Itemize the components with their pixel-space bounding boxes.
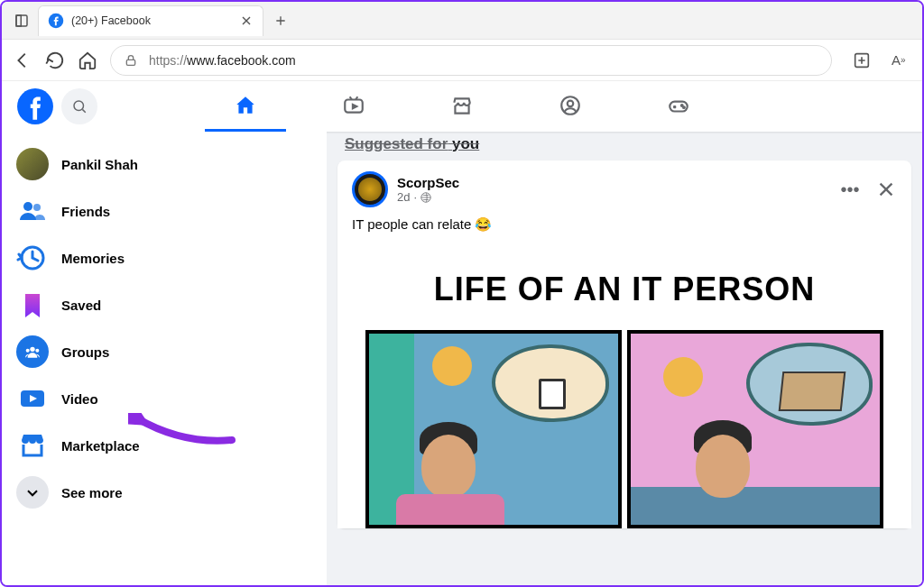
svg-point-30 — [35, 349, 39, 353]
svg-line-13 — [82, 109, 85, 112]
search-button[interactable] — [61, 88, 97, 124]
post-image[interactable]: LIFE OF AN IT PERSON — [337, 245, 911, 528]
groups-icon — [16, 335, 49, 368]
comic-strip — [337, 330, 911, 528]
tab-actions-icon[interactable] — [9, 8, 34, 33]
browser-titlebar: (20+) Facebook — [2, 2, 922, 40]
svg-rect-7 — [126, 60, 134, 65]
sidebar-label-saved: Saved — [61, 298, 101, 313]
sidebar-item-groups[interactable]: Groups — [9, 328, 319, 375]
video-icon — [16, 382, 49, 415]
chevron-down-icon — [16, 476, 49, 509]
facebook-logo-icon[interactable] — [16, 87, 54, 125]
sidebar-item-video[interactable]: Video — [9, 375, 319, 422]
left-sidebar: Pankil Shah Friends Memories Saved Group… — [2, 132, 327, 585]
content-area: Pankil Shah Friends Memories Saved Group… — [2, 132, 922, 585]
svg-point-12 — [74, 101, 84, 111]
lock-icon — [124, 53, 138, 68]
svg-rect-1 — [16, 15, 21, 26]
address-bar[interactable]: https://www.facebook.com — [110, 45, 832, 76]
post-header: ScorpSec 2d · ••• — [352, 171, 897, 207]
post-timestamp[interactable]: 2d · — [397, 190, 459, 204]
sidebar-label-video: Video — [61, 391, 98, 407]
sidebar-label-groups: Groups — [61, 344, 109, 360]
sidebar-item-friends[interactable]: Friends — [9, 188, 319, 234]
marketplace-icon — [16, 429, 49, 462]
sidebar-label-marketplace: Marketplace — [61, 438, 140, 454]
sidebar-item-marketplace[interactable]: Marketplace — [9, 422, 319, 469]
browser-toolbar: https://www.facebook.com A» — [2, 40, 922, 81]
suggested-for-you-label: Suggested for you — [337, 132, 911, 161]
svg-point-25 — [23, 202, 32, 211]
nav-groups[interactable] — [530, 81, 611, 132]
svg-point-29 — [26, 349, 30, 353]
sidebar-label-memories: Memories — [61, 251, 125, 266]
post-text: IT people can relate 😂 — [352, 207, 897, 245]
post-page-name[interactable]: ScorpSec — [397, 175, 459, 190]
sidebar-item-memories[interactable]: Memories — [9, 234, 319, 281]
nav-video[interactable] — [313, 81, 394, 132]
user-avatar-icon — [16, 148, 49, 180]
back-button[interactable] — [13, 50, 32, 70]
sidebar-label-friends: Friends — [61, 204, 110, 219]
sidebar-item-saved[interactable]: Saved — [9, 281, 319, 328]
globe-icon — [420, 192, 431, 203]
browser-tab[interactable]: (20+) Facebook — [38, 5, 263, 36]
tab-title: (20+) Facebook — [71, 14, 232, 27]
feed-post: ScorpSec 2d · ••• IT people can relate 😂… — [337, 161, 911, 528]
read-aloud-icon[interactable]: A» — [892, 50, 911, 70]
page-avatar-icon[interactable] — [352, 171, 388, 207]
comic-panel-1 — [365, 330, 622, 528]
svg-point-24 — [683, 106, 685, 108]
friends-icon — [16, 195, 49, 227]
sidebar-item-see-more[interactable]: See more — [9, 469, 319, 516]
post-menu-button[interactable]: ••• — [839, 179, 861, 200]
refresh-button[interactable] — [45, 50, 65, 70]
saved-icon — [16, 289, 49, 321]
home-button[interactable] — [78, 50, 97, 70]
news-feed: Suggested for you ScorpSec 2d · ••• — [327, 132, 922, 585]
svg-point-19 — [568, 100, 574, 106]
new-tab-button[interactable] — [267, 7, 294, 34]
nav-marketplace[interactable] — [421, 81, 503, 132]
extensions-icon[interactable] — [852, 50, 872, 70]
svg-point-23 — [681, 105, 683, 106]
svg-point-26 — [33, 204, 41, 211]
close-tab-icon[interactable] — [239, 14, 254, 28]
comic-panel-2 — [627, 330, 883, 528]
tab-strip: (20+) Facebook — [2, 5, 294, 36]
fb-top-nav — [205, 81, 719, 132]
svg-point-28 — [30, 347, 34, 352]
nav-home[interactable] — [205, 81, 286, 132]
post-close-button[interactable] — [875, 179, 897, 200]
post-image-title: LIFE OF AN IT PERSON — [337, 245, 911, 330]
url-text: https://www.facebook.com — [149, 53, 296, 68]
nav-gaming[interactable] — [638, 81, 719, 132]
facebook-favicon-icon — [48, 13, 64, 29]
sidebar-user-name: Pankil Shah — [61, 157, 138, 172]
fb-header — [2, 81, 922, 132]
sidebar-label-seemore: See more — [61, 485, 123, 500]
sidebar-profile[interactable]: Pankil Shah — [9, 141, 319, 188]
svg-marker-15 — [353, 104, 356, 107]
memories-icon — [16, 242, 49, 274]
